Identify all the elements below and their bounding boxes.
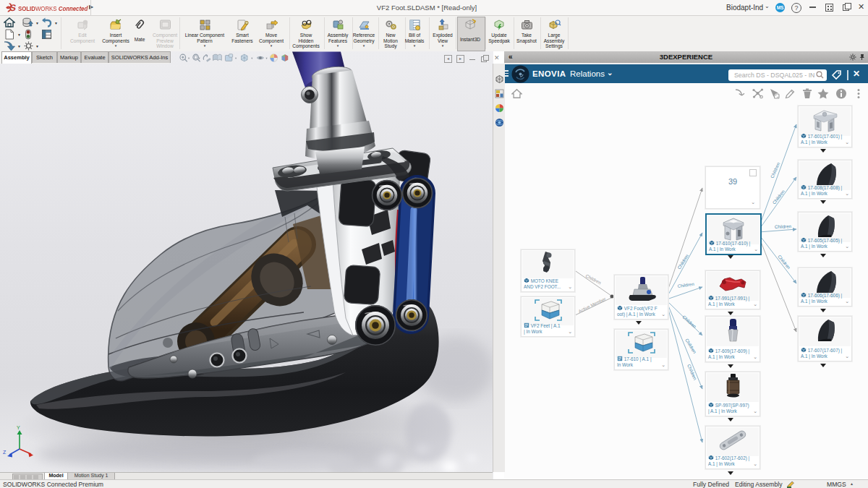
svg-text:Y: Y <box>17 425 20 430</box>
svg-text:Z: Z <box>3 450 7 455</box>
svg-text:Children: Children <box>770 161 781 179</box>
svg-text:▾: ▾ <box>266 56 268 60</box>
svg-text:Children: Children <box>684 338 697 355</box>
svg-text:Children: Children <box>686 364 698 381</box>
svg-text:Children: Children <box>677 281 694 288</box>
svg-text:Children: Children <box>681 314 697 330</box>
svg-text:▾: ▾ <box>188 56 190 60</box>
svg-text:▾: ▾ <box>235 56 237 60</box>
svg-text:Active Member: Active Member <box>577 296 606 314</box>
svg-text:▾: ▾ <box>251 56 253 60</box>
svg-text:▾: ▾ <box>198 56 200 60</box>
svg-text:Children: Children <box>775 223 792 229</box>
svg-text:S: S <box>9 4 17 14</box>
